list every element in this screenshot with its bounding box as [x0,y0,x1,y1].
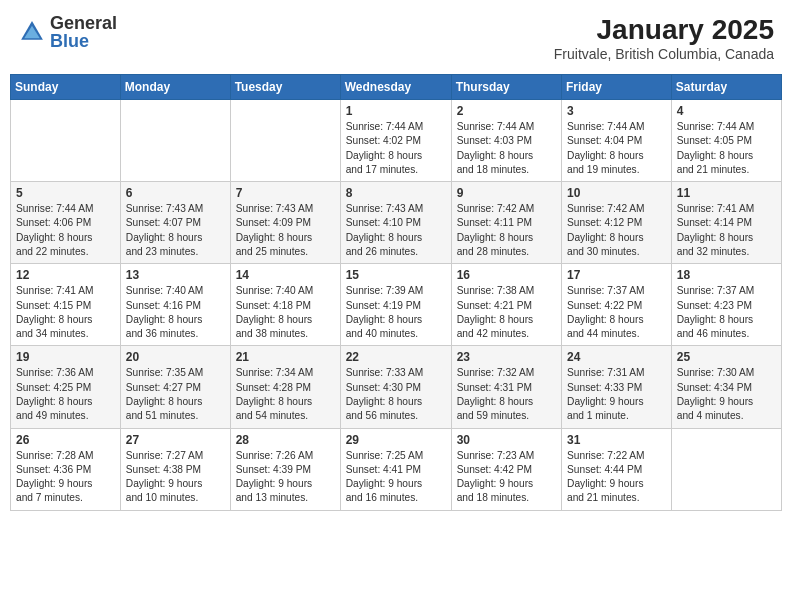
calendar-cell: 23Sunrise: 7:32 AM Sunset: 4:31 PM Dayli… [451,346,561,428]
day-number: 7 [236,186,335,200]
page-title: January 2025 [554,14,774,46]
calendar-cell: 18Sunrise: 7:37 AM Sunset: 4:23 PM Dayli… [671,264,781,346]
logo-general-text: General [50,13,117,33]
calendar-cell: 27Sunrise: 7:27 AM Sunset: 4:38 PM Dayli… [120,428,230,510]
weekday-header: Wednesday [340,75,451,100]
day-info: Sunrise: 7:30 AM Sunset: 4:34 PM Dayligh… [677,366,776,423]
day-number: 11 [677,186,776,200]
calendar-cell: 9Sunrise: 7:42 AM Sunset: 4:11 PM Daylig… [451,182,561,264]
calendar-cell: 20Sunrise: 7:35 AM Sunset: 4:27 PM Dayli… [120,346,230,428]
day-number: 21 [236,350,335,364]
calendar-cell: 7Sunrise: 7:43 AM Sunset: 4:09 PM Daylig… [230,182,340,264]
day-number: 29 [346,433,446,447]
day-info: Sunrise: 7:31 AM Sunset: 4:33 PM Dayligh… [567,366,666,423]
day-info: Sunrise: 7:32 AM Sunset: 4:31 PM Dayligh… [457,366,556,423]
calendar-cell: 11Sunrise: 7:41 AM Sunset: 4:14 PM Dayli… [671,182,781,264]
calendar-cell [671,428,781,510]
calendar-cell: 19Sunrise: 7:36 AM Sunset: 4:25 PM Dayli… [11,346,121,428]
day-info: Sunrise: 7:28 AM Sunset: 4:36 PM Dayligh… [16,449,115,506]
day-number: 31 [567,433,666,447]
day-number: 22 [346,350,446,364]
day-info: Sunrise: 7:44 AM Sunset: 4:02 PM Dayligh… [346,120,446,177]
day-info: Sunrise: 7:35 AM Sunset: 4:27 PM Dayligh… [126,366,225,423]
day-number: 18 [677,268,776,282]
calendar-cell [120,100,230,182]
day-info: Sunrise: 7:34 AM Sunset: 4:28 PM Dayligh… [236,366,335,423]
calendar-cell: 3Sunrise: 7:44 AM Sunset: 4:04 PM Daylig… [562,100,672,182]
calendar-cell: 24Sunrise: 7:31 AM Sunset: 4:33 PM Dayli… [562,346,672,428]
calendar-cell [230,100,340,182]
calendar-week-row: 5Sunrise: 7:44 AM Sunset: 4:06 PM Daylig… [11,182,782,264]
day-info: Sunrise: 7:44 AM Sunset: 4:03 PM Dayligh… [457,120,556,177]
day-number: 26 [16,433,115,447]
page-header: General Blue January 2025 Fruitvale, Bri… [10,10,782,66]
calendar-week-row: 12Sunrise: 7:41 AM Sunset: 4:15 PM Dayli… [11,264,782,346]
day-info: Sunrise: 7:42 AM Sunset: 4:11 PM Dayligh… [457,202,556,259]
logo-icon [18,18,46,46]
day-info: Sunrise: 7:25 AM Sunset: 4:41 PM Dayligh… [346,449,446,506]
calendar-cell: 29Sunrise: 7:25 AM Sunset: 4:41 PM Dayli… [340,428,451,510]
calendar-cell: 25Sunrise: 7:30 AM Sunset: 4:34 PM Dayli… [671,346,781,428]
calendar-cell: 31Sunrise: 7:22 AM Sunset: 4:44 PM Dayli… [562,428,672,510]
day-number: 2 [457,104,556,118]
day-info: Sunrise: 7:42 AM Sunset: 4:12 PM Dayligh… [567,202,666,259]
calendar-cell: 26Sunrise: 7:28 AM Sunset: 4:36 PM Dayli… [11,428,121,510]
day-number: 10 [567,186,666,200]
day-number: 27 [126,433,225,447]
day-number: 24 [567,350,666,364]
calendar-cell: 14Sunrise: 7:40 AM Sunset: 4:18 PM Dayli… [230,264,340,346]
day-info: Sunrise: 7:40 AM Sunset: 4:18 PM Dayligh… [236,284,335,341]
calendar-cell: 17Sunrise: 7:37 AM Sunset: 4:22 PM Dayli… [562,264,672,346]
day-info: Sunrise: 7:22 AM Sunset: 4:44 PM Dayligh… [567,449,666,506]
day-info: Sunrise: 7:44 AM Sunset: 4:04 PM Dayligh… [567,120,666,177]
logo-blue-text: Blue [50,31,89,51]
logo: General Blue [18,14,117,50]
calendar-cell [11,100,121,182]
weekday-header: Sunday [11,75,121,100]
day-info: Sunrise: 7:43 AM Sunset: 4:10 PM Dayligh… [346,202,446,259]
day-info: Sunrise: 7:43 AM Sunset: 4:09 PM Dayligh… [236,202,335,259]
calendar-cell: 1Sunrise: 7:44 AM Sunset: 4:02 PM Daylig… [340,100,451,182]
day-number: 6 [126,186,225,200]
day-info: Sunrise: 7:38 AM Sunset: 4:21 PM Dayligh… [457,284,556,341]
day-number: 15 [346,268,446,282]
page-subtitle: Fruitvale, British Columbia, Canada [554,46,774,62]
day-info: Sunrise: 7:39 AM Sunset: 4:19 PM Dayligh… [346,284,446,341]
weekday-header: Saturday [671,75,781,100]
calendar-cell: 2Sunrise: 7:44 AM Sunset: 4:03 PM Daylig… [451,100,561,182]
calendar-cell: 5Sunrise: 7:44 AM Sunset: 4:06 PM Daylig… [11,182,121,264]
calendar-cell: 13Sunrise: 7:40 AM Sunset: 4:16 PM Dayli… [120,264,230,346]
day-info: Sunrise: 7:44 AM Sunset: 4:06 PM Dayligh… [16,202,115,259]
day-number: 30 [457,433,556,447]
day-number: 4 [677,104,776,118]
calendar-cell: 30Sunrise: 7:23 AM Sunset: 4:42 PM Dayli… [451,428,561,510]
day-info: Sunrise: 7:33 AM Sunset: 4:30 PM Dayligh… [346,366,446,423]
day-info: Sunrise: 7:27 AM Sunset: 4:38 PM Dayligh… [126,449,225,506]
day-info: Sunrise: 7:26 AM Sunset: 4:39 PM Dayligh… [236,449,335,506]
day-number: 25 [677,350,776,364]
calendar-week-row: 1Sunrise: 7:44 AM Sunset: 4:02 PM Daylig… [11,100,782,182]
day-info: Sunrise: 7:40 AM Sunset: 4:16 PM Dayligh… [126,284,225,341]
day-number: 19 [16,350,115,364]
day-number: 5 [16,186,115,200]
calendar-cell: 12Sunrise: 7:41 AM Sunset: 4:15 PM Dayli… [11,264,121,346]
weekday-header: Tuesday [230,75,340,100]
day-info: Sunrise: 7:43 AM Sunset: 4:07 PM Dayligh… [126,202,225,259]
day-number: 13 [126,268,225,282]
day-number: 14 [236,268,335,282]
weekday-header: Monday [120,75,230,100]
day-number: 9 [457,186,556,200]
calendar-table: SundayMondayTuesdayWednesdayThursdayFrid… [10,74,782,511]
day-info: Sunrise: 7:37 AM Sunset: 4:22 PM Dayligh… [567,284,666,341]
calendar-cell: 15Sunrise: 7:39 AM Sunset: 4:19 PM Dayli… [340,264,451,346]
day-info: Sunrise: 7:36 AM Sunset: 4:25 PM Dayligh… [16,366,115,423]
day-number: 23 [457,350,556,364]
day-number: 3 [567,104,666,118]
day-number: 28 [236,433,335,447]
day-number: 20 [126,350,225,364]
calendar-week-row: 26Sunrise: 7:28 AM Sunset: 4:36 PM Dayli… [11,428,782,510]
calendar-cell: 16Sunrise: 7:38 AM Sunset: 4:21 PM Dayli… [451,264,561,346]
calendar-cell: 4Sunrise: 7:44 AM Sunset: 4:05 PM Daylig… [671,100,781,182]
day-number: 17 [567,268,666,282]
calendar-cell: 28Sunrise: 7:26 AM Sunset: 4:39 PM Dayli… [230,428,340,510]
